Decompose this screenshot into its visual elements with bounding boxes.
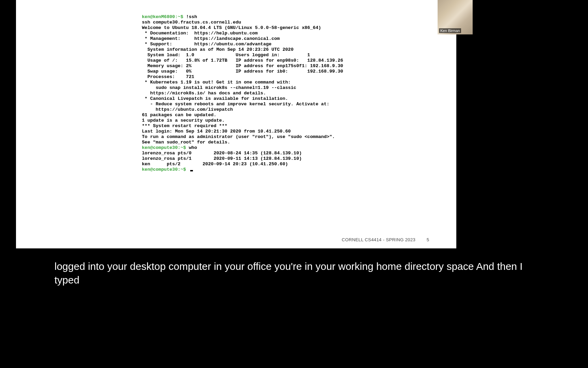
terminal-line: - Reduce system reboots and improve kern…: [142, 102, 343, 107]
terminal-line: ssh compute30.fractus.cs.cornell.edu: [142, 20, 343, 25]
terminal-line: * Canonical Livepatch is available for i…: [142, 96, 343, 102]
terminal-line: Last login: Mon Sep 14 20:21:30 2020 fro…: [142, 129, 343, 134]
cursor-icon: [190, 170, 193, 171]
shell-prompt: ken@compute30:~$: [142, 145, 189, 150]
terminal-line: Welcome to Ubuntu 18.04.4 LTS (GNU/Linux…: [142, 25, 343, 31]
video-caption: logged into your desktop computer in you…: [54, 260, 534, 287]
terminal-line: ken@compute30:~$: [142, 167, 343, 172]
terminal-line: sudo snap install microk8s --channel=1.1…: [142, 85, 343, 91]
shell-prompt: ken@compute30:~$: [142, 167, 189, 172]
shell-command: who: [189, 145, 197, 150]
terminal-line: https://microk8s.io/ has docs and detail…: [142, 91, 343, 96]
terminal-line: * Kubernetes 1.19 is out! Get it in one …: [142, 80, 343, 85]
shell-command: !ssh: [186, 14, 197, 19]
terminal-line: lorenzo_rosa pts/0 2020-08-24 14:35 (128…: [142, 151, 343, 156]
shell-prompt: ken@kenM6800:~$: [142, 14, 186, 19]
terminal-line: https://ubuntu.com/livepatch: [142, 107, 343, 112]
terminal-line: * Support: https://ubuntu.com/advantage: [142, 42, 343, 47]
terminal-line: System information as of Mon Sep 14 20:2…: [142, 47, 343, 52]
terminal-line: 1 update is a security update.: [142, 118, 343, 123]
terminal-line: *** System restart required ***: [142, 123, 343, 129]
terminal-line: Swap usage: 0% IP address for ib0: 192.1…: [142, 69, 343, 74]
terminal-line: To run a command as administrator (user …: [142, 134, 343, 140]
terminal-line: * Management: https://landscape.canonica…: [142, 36, 343, 42]
terminal-line: ken@kenM6800:~$ !ssh: [142, 14, 343, 20]
slide-page-number: 5: [427, 237, 429, 242]
terminal-line: Memory usage: 2% IP address for enp175s0…: [142, 63, 343, 69]
terminal-line: See "man sudo_root" for details.: [142, 140, 343, 145]
slide-footer-course: CORNELL CS4414 - SPRING 2023: [342, 237, 415, 242]
terminal-line: lorenzo_rosa pts/1 2020-09-11 14:13 (128…: [142, 156, 343, 162]
terminal-line: * Documentation: https://help.ubuntu.com: [142, 31, 343, 36]
terminal-line: ken pts/2 2020-09-14 20:23 (10.41.250.60…: [142, 162, 343, 167]
slide-content: ken@kenM6800:~$ !sshssh compute30.fractu…: [16, 0, 456, 248]
terminal-line: ken@compute30:~$ who: [142, 145, 343, 151]
terminal-line: System load: 1.0 Users logged in: 1: [142, 52, 343, 58]
terminal-line: Processes: 721: [142, 74, 343, 80]
presenter-webcam: Ken Birman: [438, 0, 473, 34]
presenter-name-label: Ken Birman: [439, 28, 461, 33]
terminal-line: Usage of /: 15.8% of 1.72TB IP address f…: [142, 58, 343, 63]
terminal-output: ken@kenM6800:~$ !sshssh compute30.fractu…: [142, 14, 343, 172]
terminal-line: 61 packages can be updated.: [142, 112, 343, 118]
